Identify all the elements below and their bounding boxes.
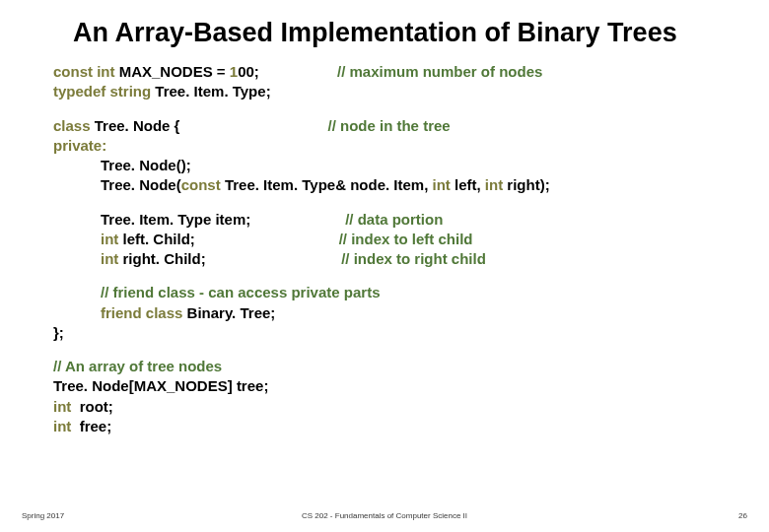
text: root; — [76, 398, 113, 415]
text: (); — [176, 157, 191, 173]
code-line: int right. Child; // index to right chil… — [53, 249, 739, 269]
footer-left: Spring 2017 — [22, 511, 64, 520]
text: Tree. Node — [53, 377, 129, 394]
code-line: }; — [53, 323, 739, 343]
code-line: typedef string Tree. Item. Type; — [53, 82, 739, 101]
text: ; — [266, 83, 271, 100]
comment: // index to right child — [206, 250, 486, 267]
code-block-2: class Tree. Node { // node in the tree p… — [53, 116, 739, 196]
text: MAX_NODES = — [115, 63, 230, 80]
text: right. Child — [123, 250, 201, 267]
keyword: private: — [53, 137, 106, 154]
page-number: 26 — [738, 511, 747, 520]
comment: // maximum number of nodes — [259, 63, 543, 80]
keyword: friend class — [101, 304, 187, 321]
keyword: int — [53, 398, 76, 415]
slide-title: An Array-Based Implementation of Binary … — [73, 18, 739, 48]
keyword: int — [53, 418, 76, 434]
keyword: int — [433, 176, 451, 193]
slide-footer: Spring 2017 CS 202 - Fundamentals of Com… — [0, 511, 769, 520]
text: Tree. Node — [95, 117, 171, 134]
comment: // index to left child — [195, 231, 473, 247]
keyword: int — [485, 176, 503, 193]
text: Tree. Item. Type — [155, 83, 265, 100]
keyword: int — [101, 250, 123, 267]
slide: An Array-Based Implementation of Binary … — [0, 0, 769, 532]
text: item; — [211, 211, 250, 228]
code-line: friend class Binary. Tree; — [53, 303, 739, 323]
code-block-5: // An array of tree nodes Tree. Node[MAX… — [53, 357, 739, 436]
text: [MAX_NODES] tree; — [129, 377, 269, 394]
text: left, — [451, 176, 485, 193]
text: ; — [270, 304, 275, 321]
text: 00; — [238, 63, 259, 80]
text: , — [424, 176, 432, 193]
text: node. Item — [350, 176, 424, 193]
keyword: class — [53, 117, 95, 134]
text: left. Child — [123, 231, 190, 247]
code-block-4: // friend class - can access private par… — [53, 283, 739, 343]
code-block: const int MAX_NODES = 100; // maximum nu… — [30, 62, 739, 436]
keyword: const int — [53, 63, 115, 80]
text: { — [170, 117, 179, 134]
text: Tree. Node — [101, 176, 176, 193]
keyword: int — [101, 231, 123, 247]
code-line: int left. Child; // index to left child — [53, 230, 739, 249]
code-line: int root; — [53, 397, 739, 417]
comment: // node in the tree — [179, 117, 450, 134]
text: free; — [76, 418, 112, 434]
text: right); — [503, 176, 549, 193]
text: Binary. Tree — [187, 304, 271, 321]
code-line: Tree. Item. Type item; // data portion — [53, 210, 739, 230]
comment-line: // An array of tree nodes — [53, 357, 739, 376]
number: 1 — [230, 63, 238, 80]
text: Tree. Item. Type — [225, 176, 335, 193]
code-line: Tree. Node(const Tree. Item. Type& node.… — [53, 175, 739, 195]
code-line: Tree. Node[MAX_NODES] tree; — [53, 376, 739, 396]
code-block-3: Tree. Item. Type item; // data portion i… — [53, 210, 739, 270]
code-line: const int MAX_NODES = 100; // maximum nu… — [53, 62, 739, 82]
code-line: private: — [53, 136, 739, 156]
footer-center: CS 202 - Fundamentals of Computer Scienc… — [302, 511, 467, 520]
comment-line: // friend class - can access private par… — [53, 283, 739, 302]
keyword: typedef string — [53, 83, 155, 100]
text: & — [335, 176, 350, 193]
code-line: int free; — [53, 417, 739, 436]
code-line: class Tree. Node { // node in the tree — [53, 116, 739, 136]
comment: // data portion — [250, 211, 443, 228]
code-block-1: const int MAX_NODES = 100; // maximum nu… — [53, 62, 739, 102]
code-line: Tree. Node(); — [53, 156, 739, 175]
text: Tree. Node — [101, 157, 176, 173]
text: Tree. Item. Type — [101, 211, 211, 228]
keyword: const — [181, 176, 225, 193]
